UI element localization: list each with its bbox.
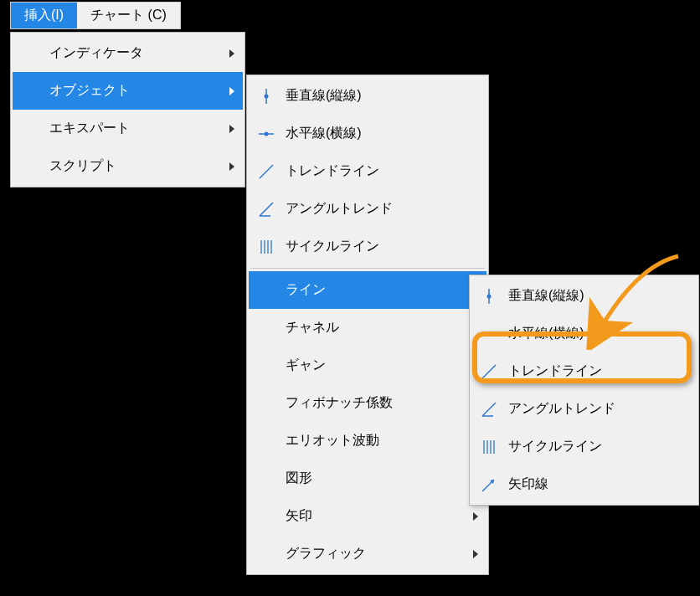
submenu-arrow-icon [223,125,236,133]
menu-line-dropdown: 垂直線(縦線) 水平線(横線) トレンドライン アングルトレンド サイクルライン [469,275,699,506]
menu-label: グラフィック [281,545,466,563]
menu-item-line[interactable]: ライン [249,271,486,309]
menu-item-angle-trend[interactable]: アングルトレンド [249,190,486,228]
svg-line-5 [260,203,273,216]
menubar: 挿入(I) チャート (C) [10,2,181,29]
menubar-chart[interactable]: チャート (C) [77,3,180,28]
menu-item-indicator[interactable]: インディケータ [13,34,243,72]
svg-line-15 [482,365,496,378]
submenu-arrow-icon [223,87,236,95]
menu-item-horizontal-line-3[interactable]: 水平線(横線) [471,315,697,352]
menu-insert-dropdown: インディケータ オブジェクト エキスパート スクリプト [10,32,245,188]
menu-label: 水平線(横線) [281,125,466,142]
submenu-arrow-icon [223,162,236,171]
trendline-icon [252,162,281,181]
cycle-line-icon [475,438,503,456]
menu-item-script[interactable]: スクリプト [13,147,243,185]
menu-item-cycle-line[interactable]: サイクルライン [249,228,486,265]
submenu-arrow-icon [223,49,236,58]
menu-label: フィボナッチ係数 [281,394,466,412]
menu-label: オブジェクト [44,82,223,100]
menu-item-trendline-3[interactable]: トレンドライン [471,352,697,390]
menu-item-vertical-line-3[interactable]: 垂直線(縦線) [471,277,697,315]
menu-label: 水平線(横線) [503,325,690,342]
angle-trend-icon [475,400,503,419]
menu-item-channel[interactable]: チャネル [249,309,486,347]
menu-label: トレンドライン [281,162,466,180]
menu-item-arrow-line-3[interactable]: 矢印線 [471,465,697,503]
menu-item-trendline[interactable]: トレンドライン [249,152,486,190]
menu-item-expert[interactable]: エキスパート [13,110,243,147]
menu-label: サイクルライン [503,438,690,455]
horizontal-line-icon [475,325,503,343]
menu-label: チャネル [281,319,466,337]
svg-point-12 [487,294,492,298]
vertical-line-icon [475,287,503,306]
menu-label: エキスパート [44,120,223,137]
svg-point-1 [265,94,269,98]
menu-label: 垂直線(縦線) [281,87,466,105]
menu-label: ギャン [281,357,466,374]
svg-point-14 [487,331,492,336]
menu-label: 図形 [281,470,466,487]
menu-item-shape[interactable]: 図形 [249,460,486,497]
menu-label: トレンドライン [503,362,690,380]
menu-item-vertical-line[interactable]: 垂直線(縦線) [249,77,486,115]
angle-trend-icon [252,200,281,218]
menu-separator [250,268,485,269]
menu-item-fibonacci[interactable]: フィボナッチ係数 [249,384,486,422]
svg-line-16 [482,403,496,416]
submenu-arrow-icon [466,550,480,558]
horizontal-line-icon [252,125,281,143]
menu-item-arrow[interactable]: 矢印 [249,497,486,535]
submenu-arrow-icon [466,512,480,521]
svg-line-4 [260,165,273,178]
menu-label: サイクルライン [281,238,466,255]
menu-label: 矢印 [281,507,466,525]
menu-object-dropdown: 垂直線(縦線) 水平線(横線) トレンドライン アングルトレンド [246,74,489,575]
trendline-icon [475,362,503,381]
menu-label: ライン [281,281,466,299]
menu-label: アングルトレンド [503,400,690,418]
menu-label: 矢印線 [503,475,690,493]
svg-point-3 [265,131,269,136]
vertical-line-icon [252,87,281,105]
menu-label: インディケータ [44,44,223,62]
arrow-line-icon [475,475,503,494]
menu-label: アングルトレンド [281,200,466,218]
menu-item-angle-trend-3[interactable]: アングルトレンド [471,390,697,428]
menu-item-graphic[interactable]: グラフィック [249,535,486,573]
menu-item-horizontal-line[interactable]: 水平線(横線) [249,115,486,152]
cycle-line-icon [252,238,281,256]
menu-item-gann[interactable]: ギャン [249,347,486,384]
menu-label: 垂直線(縦線) [503,287,690,305]
menu-label: エリオット波動 [281,432,466,450]
menu-item-elliott[interactable]: エリオット波動 [249,422,486,460]
menubar-insert[interactable]: 挿入(I) [11,3,77,28]
menu-item-cycle-line-3[interactable]: サイクルライン [471,428,697,465]
menu-item-object[interactable]: オブジェクト [13,72,243,110]
menu-label: スクリプト [44,157,223,175]
